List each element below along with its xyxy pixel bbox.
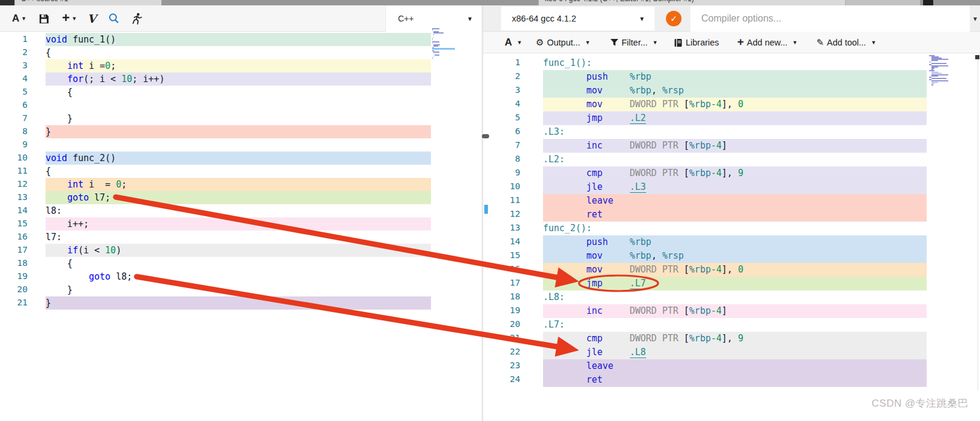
line-number: 21 bbox=[0, 298, 28, 307]
asm-line[interactable]: jmp .L2 bbox=[543, 113, 646, 123]
source-line[interactable]: if(i < 10) bbox=[46, 245, 121, 256]
source-line[interactable]: goto l8; bbox=[46, 271, 132, 282]
compile-status-badge[interactable]: ✓ bbox=[666, 11, 682, 26]
minimap-line bbox=[433, 46, 438, 47]
add-tool-button[interactable]: ✎ Add tool... ▼ bbox=[816, 32, 876, 53]
scrollbar-handle[interactable] bbox=[482, 134, 489, 138]
tab-compiler-output[interactable]: x86-64 gcc 4.1.2 (C++, Editor #1, Compil… bbox=[538, 0, 846, 5]
minimap-line bbox=[433, 32, 444, 34]
asm-line[interactable]: ret bbox=[543, 374, 602, 385]
line-number: 12 bbox=[491, 209, 520, 219]
asm-line[interactable]: mov %rbp, %rsp bbox=[543, 250, 684, 261]
line-highlight bbox=[46, 217, 431, 231]
asm-editor[interactable]: 1func_1():2 push %rbp3 mov %rbp, %rsp4 m… bbox=[483, 54, 980, 421]
asm-line[interactable]: mov DWORD PTR [%rbp-4], 0 bbox=[543, 99, 743, 110]
asm-line[interactable]: func_1(): bbox=[543, 57, 592, 68]
line-number: 15 bbox=[0, 219, 28, 228]
source-line[interactable]: } bbox=[46, 113, 73, 124]
asm-line[interactable]: jle .L8 bbox=[543, 347, 646, 358]
add-pane-button[interactable]: +▼ bbox=[58, 5, 82, 32]
search-icon bbox=[108, 13, 120, 25]
source-line[interactable]: goto l7; bbox=[46, 192, 110, 203]
asm-line[interactable]: .L3: bbox=[543, 126, 565, 137]
add-new-label: Add new... bbox=[747, 38, 788, 47]
asm-line[interactable]: mov %rbp, %rsp bbox=[543, 85, 684, 96]
asm-minimap[interactable] bbox=[929, 55, 957, 91]
libraries-button[interactable]: Libraries bbox=[674, 32, 719, 53]
line-number: 10 bbox=[0, 153, 28, 162]
minimap-line bbox=[432, 43, 433, 44]
source-line[interactable]: i++; bbox=[46, 219, 89, 229]
chevron-down-icon: ▼ bbox=[639, 16, 645, 22]
source-line[interactable]: } bbox=[46, 298, 51, 308]
source-editor[interactable]: 1void func_1()2{3 int i =0;4 for(; i < 1… bbox=[0, 32, 481, 421]
line-number: 8 bbox=[0, 126, 28, 136]
save-button[interactable] bbox=[35, 5, 53, 32]
output-label: Output... bbox=[547, 38, 580, 47]
source-line[interactable]: { bbox=[46, 166, 51, 177]
source-line[interactable]: { bbox=[46, 87, 73, 98]
asm-line[interactable]: push %rbp bbox=[543, 71, 652, 82]
asm-line[interactable]: jmp .L7 bbox=[543, 278, 646, 289]
window-control-icon[interactable] bbox=[923, 0, 933, 5]
asm-scrollbar[interactable] bbox=[978, 55, 978, 390]
line-number: 2 bbox=[0, 47, 28, 57]
asm-line[interactable]: func_2(): bbox=[543, 223, 592, 234]
filter-button[interactable]: Filter... ▼ bbox=[610, 32, 658, 53]
libraries-label: Libraries bbox=[686, 38, 719, 47]
line-number: 18 bbox=[0, 258, 28, 268]
chevron-down-icon: ▼ bbox=[467, 16, 473, 22]
asm-font-size-button[interactable]: A▼ bbox=[505, 32, 522, 53]
add-new-button[interactable]: + Add new... ▼ bbox=[737, 32, 798, 53]
asm-line[interactable]: leave bbox=[543, 361, 613, 371]
line-number: 2 bbox=[491, 71, 520, 81]
asm-line[interactable]: cmp DWORD PTR [%rbp-4], 9 bbox=[543, 333, 743, 344]
font-size-button[interactable]: A▼ bbox=[8, 5, 30, 32]
minimap-line bbox=[433, 53, 434, 54]
asm-line[interactable]: leave bbox=[543, 195, 613, 206]
font-size-label: A bbox=[12, 13, 19, 25]
output-button[interactable]: ⚙ Output... ▼ bbox=[536, 32, 590, 53]
line-number: 1 bbox=[491, 57, 520, 67]
jump-target-link[interactable]: .L7 bbox=[630, 278, 646, 289]
compiler-select[interactable]: x86-64 gcc 4.1.2 ▼ bbox=[501, 7, 655, 31]
search-button[interactable] bbox=[104, 5, 123, 32]
asm-line[interactable]: mov DWORD PTR [%rbp-4], 0 bbox=[543, 264, 743, 275]
source-line[interactable]: l7: bbox=[46, 232, 62, 243]
minimap-line bbox=[929, 64, 931, 65]
check-icon: ✓ bbox=[670, 14, 677, 23]
asm-line[interactable]: jle .L3 bbox=[543, 181, 646, 192]
asm-line[interactable]: inc DWORD PTR [%rbp-4] bbox=[543, 140, 727, 151]
chevron-down-icon[interactable]: ▼ bbox=[972, 16, 978, 22]
asm-line[interactable]: .L2: bbox=[543, 154, 565, 165]
tab-source-editor[interactable]: C++ source #1 bbox=[14, 0, 162, 5]
asm-line[interactable]: .L7: bbox=[543, 319, 565, 330]
source-line[interactable]: } bbox=[46, 126, 51, 137]
source-line[interactable]: int i = 0; bbox=[46, 179, 126, 190]
source-line[interactable]: for(; i < 10; i++) bbox=[46, 74, 165, 84]
quick-bench-button[interactable] bbox=[127, 5, 146, 32]
asm-line[interactable]: inc DWORD PTR [%rbp-4] bbox=[543, 305, 727, 316]
line-number: 13 bbox=[0, 192, 28, 202]
source-line[interactable]: int i =0; bbox=[46, 60, 116, 71]
source-line[interactable]: l8: bbox=[46, 205, 62, 216]
asm-line[interactable]: push %rbp bbox=[543, 237, 652, 247]
asm-line[interactable]: ret bbox=[543, 209, 602, 220]
source-line[interactable]: { bbox=[46, 258, 73, 269]
minimap-line bbox=[432, 57, 433, 59]
source-line[interactable]: } bbox=[46, 284, 73, 295]
line-number: 17 bbox=[0, 245, 28, 255]
vim-mode-button[interactable]: V bbox=[84, 5, 99, 32]
source-line[interactable]: void func_2() bbox=[46, 153, 116, 163]
jump-target-link[interactable]: .L8 bbox=[630, 347, 646, 358]
jump-target-link[interactable]: .L2 bbox=[630, 113, 646, 124]
jump-target-link[interactable]: .L3 bbox=[630, 181, 646, 193]
compiler-options-input[interactable] bbox=[690, 5, 970, 32]
asm-line[interactable]: .L8: bbox=[543, 292, 565, 302]
source-line[interactable]: void func_1() bbox=[46, 34, 116, 45]
source-line[interactable]: { bbox=[46, 47, 51, 58]
asm-line[interactable]: cmp DWORD PTR [%rbp-4], 9 bbox=[543, 168, 743, 178]
asm-scrollbar-top-marker bbox=[975, 55, 979, 59]
line-number: 6 bbox=[0, 100, 28, 110]
line-number: 16 bbox=[491, 264, 520, 274]
